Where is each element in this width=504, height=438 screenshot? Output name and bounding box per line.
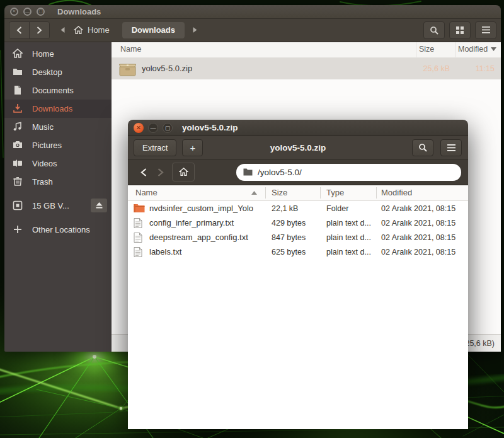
- search-icon: [430, 26, 438, 35]
- entry-size: 22,1 kB: [272, 204, 298, 213]
- sidebar-item-music[interactable]: Music: [4, 118, 112, 136]
- home-button[interactable]: [172, 163, 195, 182]
- archive-row-folder[interactable]: nvdsinfer_custom_impl_Yolo 22,1 kB Folde…: [128, 201, 468, 216]
- sidebar-item-other-locations[interactable]: Other Locations: [4, 221, 112, 239]
- sidebar-item-home[interactable]: Home: [4, 45, 112, 63]
- sort-ascending-icon: [251, 191, 257, 195]
- forward-button[interactable]: [152, 163, 169, 181]
- archive-row-file[interactable]: config_infer_primary.txt 429 bytes plain…: [128, 216, 468, 230]
- zip-archive-icon: [118, 61, 137, 77]
- entry-size: 847 bytes: [272, 233, 306, 242]
- grid-view-icon: [456, 26, 464, 34]
- path-entry[interactable]: /yolov5-5.0/: [236, 164, 461, 181]
- column-modified[interactable]: Modified: [458, 45, 496, 54]
- sidebar-item-trash[interactable]: Trash: [4, 173, 112, 191]
- column-modified[interactable]: Modified: [381, 188, 412, 197]
- entry-name: deepstream_app_config.txt: [149, 233, 248, 242]
- plus-icon: [13, 224, 23, 234]
- back-button[interactable]: [9, 22, 29, 38]
- triangle-right-icon: [193, 27, 197, 33]
- menu-button[interactable]: [475, 21, 496, 39]
- home-icon: [74, 26, 83, 35]
- column-name[interactable]: Name: [120, 45, 141, 54]
- sidebar-item-label: Trash: [32, 177, 53, 187]
- sidebar-item-volume[interactable]: 15 GB V...: [4, 197, 112, 215]
- minimize-icon[interactable]: —: [23, 8, 32, 16]
- archive-location-bar: /yolov5-5.0/: [128, 159, 468, 185]
- path-scroll-right-button[interactable]: [190, 22, 200, 38]
- column-size[interactable]: Size: [272, 188, 287, 197]
- path-scroll-left-button[interactable]: [57, 22, 67, 38]
- download-icon: [13, 103, 23, 113]
- sidebar-item-label: Other Locations: [32, 225, 90, 234]
- folder-icon: [134, 204, 145, 213]
- maximize-icon[interactable]: ▢: [163, 123, 173, 133]
- files-titlebar[interactable]: ✕ — ▢ Downloads: [4, 5, 501, 19]
- breadcrumb-current-button[interactable]: Downloads: [122, 22, 185, 38]
- sidebar-item-videos[interactable]: Videos: [4, 154, 112, 173]
- trash-icon: [13, 176, 23, 187]
- entry-modified: 02 Aralık 2021, 08:15: [381, 248, 455, 256]
- sidebar-item-label: 15 GB V...: [32, 201, 69, 210]
- history-nav-group: [9, 21, 50, 39]
- sort-descending-icon: [491, 47, 496, 51]
- video-icon: [13, 158, 23, 168]
- sidebar-item-label: Desktop: [32, 67, 62, 77]
- entry-type: plain text d...: [326, 233, 374, 242]
- search-button[interactable]: [423, 21, 445, 39]
- column-type[interactable]: Type: [326, 188, 344, 197]
- sidebar-item-documents[interactable]: Documents: [4, 81, 112, 100]
- extract-button[interactable]: Extract: [134, 139, 176, 156]
- sidebar-item-label: Downloads: [32, 104, 72, 113]
- home-icon: [13, 49, 23, 59]
- archive-file-list: Name Size Type Modified nvdsinfer_custom…: [128, 185, 468, 429]
- entry-name: nvdsinfer_custom_impl_Yolo: [149, 204, 253, 213]
- add-files-button[interactable]: +: [182, 139, 203, 156]
- chevron-left-icon: [140, 168, 147, 176]
- column-size[interactable]: Size: [419, 45, 434, 54]
- eject-icon: [96, 202, 103, 209]
- sidebar-item-desktop[interactable]: Desktop: [4, 63, 112, 81]
- maximize-icon[interactable]: ▢: [37, 8, 45, 16]
- view-grid-button[interactable]: [449, 21, 471, 39]
- disk-icon: [13, 200, 23, 210]
- close-icon[interactable]: ✕: [10, 8, 18, 16]
- archive-menu-button[interactable]: [440, 139, 462, 156]
- sidebar-item-label: Music: [32, 122, 54, 132]
- archive-headerbar: Extract + yolov5-5.0.zip: [128, 136, 468, 159]
- column-divider: [376, 187, 377, 199]
- archive-row-file[interactable]: labels.txt 625 bytes plain text d... 02 …: [128, 245, 468, 259]
- archive-row-file[interactable]: deepstream_app_config.txt 847 bytes plai…: [128, 230, 468, 245]
- column-divider: [320, 187, 321, 199]
- extract-label: Extract: [142, 143, 168, 153]
- forward-button[interactable]: [29, 22, 49, 38]
- entry-modified: 02 Aralık 2021, 08:15: [381, 204, 455, 213]
- archive-manager-window: ✕ — ▢ yolov5-5.0.zip Extract + yolov5-5.…: [128, 120, 468, 429]
- entry-size: 625 bytes: [272, 248, 306, 256]
- archive-empty-area[interactable]: [128, 259, 468, 429]
- back-button[interactable]: [135, 163, 152, 181]
- text-file-icon: [134, 218, 142, 228]
- entry-type: Folder: [326, 204, 374, 213]
- hamburger-icon: [447, 144, 455, 151]
- chevron-right-icon: [37, 26, 42, 34]
- sidebar-item-downloads[interactable]: Downloads: [4, 100, 112, 118]
- archive-search-button[interactable]: [412, 139, 433, 156]
- files-sidebar: Home Desktop Documents Downloads Music: [4, 42, 112, 352]
- breadcrumb-current-label: Downloads: [132, 25, 175, 35]
- minimize-icon[interactable]: —: [148, 123, 158, 133]
- file-row-selected[interactable]: yolov5-5.0.zip 25,6 kB 11:15: [112, 58, 501, 79]
- entry-modified: 02 Aralık 2021, 08:15: [381, 219, 455, 228]
- sidebar-item-label: Documents: [32, 86, 74, 95]
- sidebar-item-pictures[interactable]: Pictures: [4, 136, 112, 154]
- close-icon[interactable]: ✕: [134, 123, 144, 133]
- eject-button[interactable]: [91, 199, 107, 212]
- column-name[interactable]: Name: [135, 188, 158, 197]
- archive-titlebar[interactable]: ✕ — ▢ yolov5-5.0.zip: [128, 120, 468, 136]
- window-title: Downloads: [57, 7, 101, 16]
- file-modified: 11:15: [458, 64, 495, 73]
- chevron-left-icon: [16, 26, 22, 34]
- breadcrumb-home-button[interactable]: Home: [67, 22, 116, 38]
- column-divider: [455, 42, 455, 57]
- home-icon: [179, 168, 188, 176]
